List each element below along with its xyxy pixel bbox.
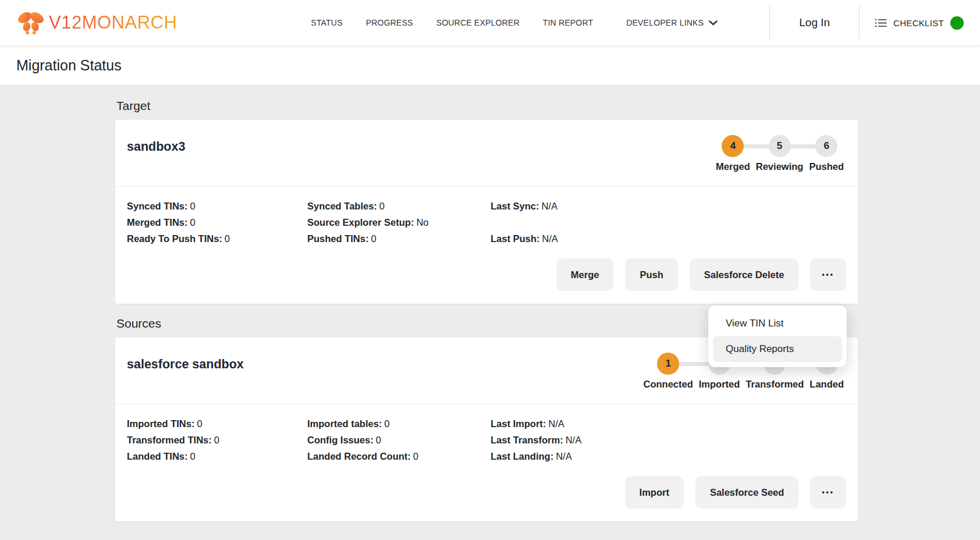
stat-merged-tins: Merged TINs:0 [127,217,307,228]
page-title: Migration Status [16,57,122,74]
stat-config-issues: Config Issues:0 [307,435,491,446]
brand-logo[interactable]: V12MONARCH [17,10,177,35]
checklist-status-dot [950,16,964,30]
content-area: Target sandbox3 4 Merged 5 Reviewing 6 P… [0,85,980,521]
step-circle: 4 [722,135,744,157]
menu-item-view-tin-list[interactable]: View TIN List [713,311,842,336]
step-reviewing: 5 Reviewing [756,135,804,172]
stat-landed-tins: Landed TINs:0 [127,451,307,462]
salesforce-delete-button[interactable]: Salesforce Delete [690,258,799,291]
step-pushed: 6 Pushed [809,135,844,172]
stat-ready-to-push-tins: Ready To Push TINs:0 [127,233,307,244]
stat-imported-tables: Imported tables:0 [307,418,491,429]
menu-item-quality-reports[interactable]: Quality Reports [713,336,842,362]
login-button[interactable]: Log In [770,16,859,29]
nav-source-explorer[interactable]: SOURCE EXPLORER [436,18,520,27]
target-stats: Synced TINs:0 Synced Tables:0 Last Sync:… [115,187,858,247]
stat-last-import: Last Import:N/A [491,418,846,429]
source-stats: Imported TINs:0 Imported tables:0 Last I… [115,404,858,464]
stat-last-landing: Last Landing:N/A [491,451,846,462]
checklist-button[interactable]: CHECKLIST [860,16,980,30]
navbar-right: Log In CHECKLIST [769,0,980,45]
list-icon [875,18,887,28]
stat-last-sync: Last Sync:N/A [491,201,846,212]
target-section-heading: Target [116,99,858,113]
stat-pushed-tins: Pushed TINs:0 [307,233,491,244]
stat-empty [491,217,846,228]
target-card-title: sandbox3 [127,140,185,154]
salesforce-seed-button[interactable]: Salesforce Seed [695,476,799,509]
step-circle: 5 [769,135,791,157]
more-actions-menu: View TIN List Quality Reports [708,305,847,367]
step-connected: 1 Connected [644,353,693,390]
push-button[interactable]: Push [625,258,677,291]
nav-status[interactable]: STATUS [311,18,342,27]
page-header: Migration Status [0,45,980,85]
stat-synced-tins: Synced TINs:0 [127,201,307,212]
target-card: sandbox3 4 Merged 5 Reviewing 6 Pushed S… [115,120,858,304]
stat-last-transform: Last Transform:N/A [491,435,846,446]
nav-progress[interactable]: PROGRESS [366,18,413,27]
main-nav: STATUS PROGRESS SOURCE EXPLORER TIN REPO… [311,18,718,27]
stat-transformed-tins: Transformed TINs:0 [127,435,307,446]
source-actions: Import Salesforce Seed ••• [115,464,858,521]
target-actions: Merge Push Salesforce Delete ••• [115,247,858,304]
target-card-header: sandbox3 4 Merged 5 Reviewing 6 Pushed [115,120,858,186]
stat-landed-record-count: Landed Record Count:0 [307,451,491,462]
brand-wordmark: V12MONARCH [49,12,177,33]
merge-button[interactable]: Merge [556,258,614,291]
source-card-title: salesforce sandbox [127,357,244,372]
more-actions-button[interactable]: ••• [810,476,846,509]
chevron-down-icon [709,20,718,26]
nav-developer-links[interactable]: DEVELOPER LINKS [626,18,718,27]
more-actions-button[interactable]: ••• [810,258,846,291]
stat-imported-tins: Imported TINs:0 [127,418,307,429]
stat-synced-tables: Synced Tables:0 [307,201,491,212]
top-navbar: V12MONARCH STATUS PROGRESS SOURCE EXPLOR… [0,0,980,45]
stat-source-explorer-setup: Source Explorer Setup:No [307,217,491,228]
stat-last-push: Last Push:N/A [491,233,846,244]
step-circle: 6 [815,135,837,157]
step-circle: 1 [657,353,679,375]
step-merged: 4 Merged [716,135,750,172]
target-stepper: 4 Merged 5 Reviewing 6 Pushed [716,135,844,172]
nav-tin-report[interactable]: TIN REPORT [543,18,594,27]
butterfly-logo-icon [17,10,44,35]
checklist-label: CHECKLIST [893,18,944,28]
import-button[interactable]: Import [625,476,684,509]
